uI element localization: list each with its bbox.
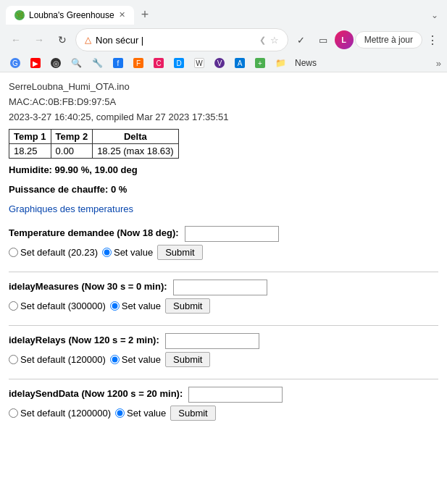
temperature-default-radio-label[interactable]: Set default (20.23) — [9, 247, 98, 258]
delay-senddata-form-label: idelaySendData (Now 1200 s = 20 min): — [9, 388, 183, 399]
delay-relays-default-label: Set default (120000) — [20, 354, 106, 365]
delay-measures-value-radio-label[interactable]: Set value — [110, 301, 161, 311]
delay-measures-input[interactable] — [173, 280, 267, 295]
page-content: SerreLoubna_Humi_OTA.ino MAC:AC:0B:FB:D9… — [0, 72, 447, 440]
bookmark-google[interactable]: G — [6, 56, 25, 70]
menu-button[interactable]: ⋮ — [424, 32, 441, 49]
tab-close-button[interactable]: ✕ — [119, 10, 125, 20]
circle-bookmark-icon: ◎ — [51, 58, 61, 68]
bookmark-wikipedia[interactable]: W — [190, 56, 209, 70]
delay-measures-value-radio[interactable] — [110, 301, 120, 311]
graph-link[interactable]: Graphiques des temperatures — [9, 203, 133, 214]
delay-measures-default-radio[interactable] — [9, 301, 18, 311]
delay-senddata-input[interactable] — [188, 387, 283, 403]
table-row: 18.25 0.00 18.25 (max 18.63) — [9, 144, 179, 159]
delay-relays-submit-button[interactable]: Submit — [165, 352, 210, 367]
delay-measures-submit-button[interactable]: Submit — [165, 298, 210, 314]
active-tab[interactable]: 🌿 Loubna's Greenhouse ✕ — [6, 6, 134, 25]
dropbox-bookmark-icon: D — [174, 58, 184, 68]
delay-measures-default-radio-label[interactable]: Set default (300000) — [9, 301, 106, 311]
delay-relays-value-label: Set value — [122, 354, 161, 365]
form-delay-senddata: idelaySendData (Now 1200 s = 20 min): Se… — [9, 387, 438, 421]
bookmark-fb-blue[interactable]: f — [109, 56, 128, 70]
temperature-submit-button[interactable]: Submit — [157, 245, 202, 260]
graph-link-container: Graphiques des temperatures — [9, 203, 438, 214]
bookmarks-bar: G ▶ ◎ 🔍 🔧 f F C D W V — [0, 54, 447, 72]
delay-relays-default-radio[interactable] — [9, 355, 18, 364]
profile-avatar[interactable]: L — [335, 30, 354, 49]
delay-relays-value-radio-label[interactable]: Set value — [110, 354, 161, 365]
star-icon[interactable]: ☆ — [270, 35, 279, 46]
bookmarks-more-button[interactable]: » — [436, 58, 441, 69]
delay-measures-default-label: Set default (300000) — [20, 301, 106, 311]
pink-bookmark-icon: C — [154, 58, 164, 68]
browser-chrome: 🌿 Loubna's Greenhouse ✕ + ⌄ ← → ↻ △ Non … — [0, 0, 447, 72]
delay-relays-form-label: idelayRelays (Now 120 s = 2 min): — [9, 335, 159, 345]
bookmark-folder[interactable]: 📁 — [271, 56, 291, 70]
nav-action-buttons: ✓ ▭ L Mettre à jour ⋮ — [291, 30, 441, 50]
wikipedia-bookmark-icon: W — [194, 58, 204, 68]
table-header-temp1: Temp 1 — [9, 130, 51, 144]
device-info: SerreLoubna_Humi_OTA.ino MAC:AC:0B:FB:D9… — [9, 80, 438, 125]
green-plus-bookmark-icon: + — [255, 58, 265, 68]
bookmark-circle[interactable]: ◎ — [46, 56, 65, 70]
facebook-bookmark-icon: f — [113, 58, 123, 68]
delay-measures-form-row: Set default (300000) Set value Submit — [9, 298, 438, 314]
table-cell-temp2: 0.00 — [51, 144, 93, 159]
delay-relays-value-radio[interactable] — [110, 355, 120, 364]
back-button[interactable]: ← — [6, 30, 26, 50]
table-header-temp2: Temp 2 — [51, 130, 93, 144]
bookmark-green-plus[interactable]: + — [251, 56, 270, 70]
bookmark-violet[interactable]: V — [210, 56, 229, 70]
new-tab-button[interactable]: + — [135, 4, 155, 25]
tab-bar: 🌿 Loubna's Greenhouse ✕ + — [6, 4, 154, 25]
bookmark-blue-a[interactable]: A — [230, 56, 249, 70]
compiled-date: 2023-3-27 16:40:25, compiled Mar 27 2023… — [9, 110, 438, 125]
delay-senddata-submit-button[interactable]: Submit — [170, 406, 215, 421]
temperature-default-radio[interactable] — [9, 248, 18, 257]
temperature-default-label: Set default (20.23) — [20, 247, 98, 258]
bookmark-tools[interactable]: 🔧 — [88, 56, 107, 70]
temperature-form-label: Temperature demandee (Now 18 deg): — [9, 227, 179, 238]
youtube-bookmark-icon: ▶ — [30, 58, 41, 68]
update-button[interactable]: Mettre à jour — [355, 31, 422, 49]
tab-dropdown-button[interactable]: ⌄ — [428, 7, 441, 23]
table-cell-delta: 18.25 (max 18.63) — [93, 144, 179, 159]
bookmark-search[interactable]: 🔍 — [67, 56, 86, 70]
blue-a-bookmark-icon: A — [235, 58, 245, 68]
reload-button[interactable]: ↻ — [52, 30, 72, 50]
address-bar[interactable]: △ Non sécur | ❮ ☆ — [75, 28, 288, 51]
tab-favicon-icon: 🌿 — [14, 10, 25, 20]
delay-senddata-default-radio-label[interactable]: Set default (1200000) — [9, 408, 111, 419]
delay-relays-form-row: Set default (120000) Set value Submit — [9, 352, 438, 367]
cast-button[interactable]: ▭ — [313, 30, 333, 50]
delay-senddata-value-radio-label[interactable]: Set value — [115, 408, 166, 419]
bookmark-orange[interactable]: F — [129, 56, 148, 70]
form-delay-measures: idelayMeasures (Now 30 s = 0 min): Set d… — [9, 280, 438, 314]
delay-measures-form-label: idelayMeasures (Now 30 s = 0 min): — [9, 281, 167, 292]
delay-relays-default-radio-label[interactable]: Set default (120000) — [9, 354, 106, 365]
violet-bookmark-icon: V — [214, 58, 225, 68]
delay-senddata-value-radio[interactable] — [115, 408, 125, 418]
forward-button[interactable]: → — [29, 30, 49, 50]
temperature-form-row: Set default (20.23) Set value Submit — [9, 245, 438, 260]
news-label: News — [295, 58, 317, 68]
delay-relays-input[interactable] — [165, 333, 259, 349]
filename: SerreLoubna_Humi_OTA.ino — [9, 80, 438, 95]
temperature-input[interactable] — [185, 226, 279, 242]
bookmark-pink[interactable]: C — [149, 56, 168, 70]
power-display: Puissance de chauffe: 0 % — [9, 184, 438, 195]
tab-title: Loubna's Greenhouse — [29, 10, 114, 20]
extensions-button[interactable]: ✓ — [291, 30, 312, 50]
form-delay-relays: idelayRelays (Now 120 s = 2 min): Set de… — [9, 333, 438, 367]
bookmark-youtube[interactable]: ▶ — [26, 56, 45, 70]
temperature-value-radio[interactable] — [102, 248, 112, 257]
temperature-value-radio-label[interactable]: Set value — [102, 247, 153, 258]
delay-senddata-default-radio[interactable] — [9, 408, 18, 418]
delay-measures-value-label: Set value — [122, 301, 161, 311]
address-text: Non sécur | — [96, 35, 143, 46]
temperature-value-label: Set value — [114, 247, 153, 258]
bookmark-dropbox[interactable]: D — [170, 56, 188, 70]
delay-senddata-form-row: Set default (1200000) Set value Submit — [9, 406, 438, 421]
divider-3 — [9, 379, 438, 379]
